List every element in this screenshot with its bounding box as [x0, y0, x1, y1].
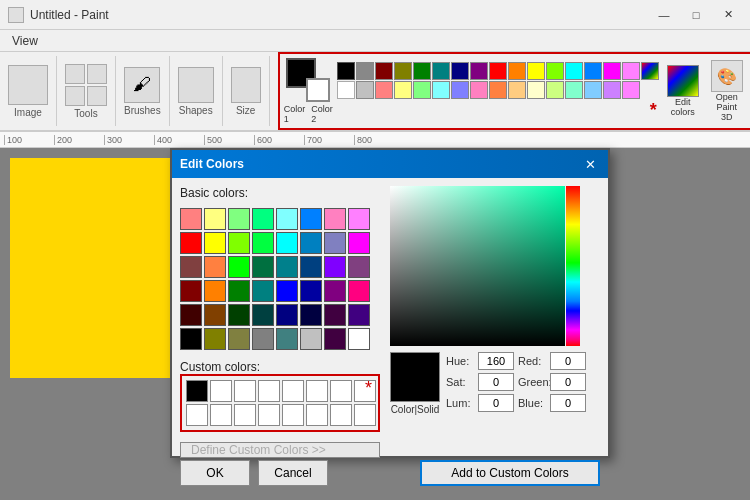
brushes-btn[interactable]: 🖌 [124, 67, 160, 103]
basic-color-28[interactable] [276, 280, 298, 302]
custom-color-15[interactable] [330, 404, 352, 426]
shapes-btn[interactable] [178, 67, 214, 103]
view-menu[interactable]: View [4, 32, 46, 50]
basic-color-23[interactable] [348, 256, 370, 278]
palette-color[interactable] [451, 62, 469, 80]
basic-color-5[interactable] [300, 208, 322, 230]
basic-color-27[interactable] [252, 280, 274, 302]
basic-color-16[interactable] [180, 256, 202, 278]
custom-color-4[interactable] [258, 380, 280, 402]
basic-color-40[interactable] [180, 328, 202, 350]
basic-color-7[interactable] [348, 208, 370, 230]
basic-color-35[interactable] [252, 304, 274, 326]
palette-color[interactable] [527, 62, 545, 80]
custom-color-11[interactable] [234, 404, 256, 426]
basic-color-31[interactable] [348, 280, 370, 302]
custom-color-9[interactable] [186, 404, 208, 426]
palette-color[interactable] [337, 62, 355, 80]
basic-color-12[interactable] [276, 232, 298, 254]
basic-color-8[interactable] [180, 232, 202, 254]
palette-color[interactable] [565, 62, 583, 80]
palette-color[interactable] [356, 62, 374, 80]
custom-color-1[interactable] [186, 380, 208, 402]
dialog-close-button[interactable]: ✕ [580, 155, 600, 173]
palette-color[interactable] [622, 62, 640, 80]
basic-color-21[interactable] [300, 256, 322, 278]
palette-color[interactable] [432, 81, 450, 99]
palette-color[interactable] [356, 81, 374, 99]
basic-color-18[interactable] [228, 256, 250, 278]
palette-color[interactable] [546, 62, 564, 80]
palette-color[interactable] [508, 81, 526, 99]
basic-color-11[interactable] [252, 232, 274, 254]
palette-color[interactable] [603, 62, 621, 80]
palette-color[interactable] [413, 81, 431, 99]
basic-color-32[interactable] [180, 304, 202, 326]
palette-color[interactable] [489, 62, 507, 80]
color-picker-area[interactable] [390, 186, 580, 346]
basic-color-22[interactable] [324, 256, 346, 278]
basic-color-14[interactable] [324, 232, 346, 254]
basic-color-24[interactable] [180, 280, 202, 302]
hue-strip[interactable] [566, 186, 580, 346]
basic-color-42[interactable] [228, 328, 250, 350]
basic-color-25[interactable] [204, 280, 226, 302]
palette-color[interactable] [584, 81, 602, 99]
tool-btn-2[interactable] [87, 64, 107, 84]
cancel-button[interactable]: Cancel [258, 460, 328, 486]
palette-color[interactable] [622, 81, 640, 99]
palette-color[interactable] [413, 62, 431, 80]
basic-color-1[interactable] [204, 208, 226, 230]
basic-color-38[interactable] [324, 304, 346, 326]
basic-color-4[interactable] [276, 208, 298, 230]
basic-color-0[interactable] [180, 208, 202, 230]
custom-color-7[interactable] [330, 380, 352, 402]
basic-color-10[interactable] [228, 232, 250, 254]
palette-color[interactable] [508, 62, 526, 80]
basic-color-45[interactable] [300, 328, 322, 350]
basic-color-47[interactable] [348, 328, 370, 350]
palette-color[interactable] [603, 81, 621, 99]
palette-color[interactable] [394, 62, 412, 80]
green-input[interactable] [550, 373, 586, 391]
custom-color-6[interactable] [306, 380, 328, 402]
minimize-button[interactable]: — [650, 5, 678, 25]
palette-color[interactable] [489, 81, 507, 99]
color2-swatch[interactable] [306, 78, 330, 102]
palette-color[interactable] [337, 81, 355, 99]
basic-color-41[interactable] [204, 328, 226, 350]
blue-input[interactable] [550, 394, 586, 412]
close-button[interactable]: ✕ [714, 5, 742, 25]
edit-colors-button[interactable]: Edit colors [663, 63, 703, 119]
image-btn[interactable] [8, 65, 48, 105]
define-custom-colors-button[interactable]: Define Custom Colors >> [180, 442, 380, 458]
palette-color[interactable] [527, 81, 545, 99]
custom-color-10[interactable] [210, 404, 232, 426]
basic-color-33[interactable] [204, 304, 226, 326]
palette-color[interactable] [584, 62, 602, 80]
basic-color-46[interactable] [324, 328, 346, 350]
basic-color-36[interactable] [276, 304, 298, 326]
palette-color[interactable] [565, 81, 583, 99]
basic-color-37[interactable] [300, 304, 322, 326]
add-custom-colors-button[interactable]: Add to Custom Colors [420, 460, 600, 486]
lum-input[interactable] [478, 394, 514, 412]
ok-button[interactable]: OK [180, 460, 250, 486]
basic-color-6[interactable] [324, 208, 346, 230]
palette-color[interactable] [375, 62, 393, 80]
palette-color[interactable] [470, 81, 488, 99]
basic-color-44[interactable] [276, 328, 298, 350]
palette-color[interactable] [432, 62, 450, 80]
palette-color[interactable] [641, 62, 659, 80]
palette-color[interactable] [451, 81, 469, 99]
basic-color-19[interactable] [252, 256, 274, 278]
open-paint3d-button[interactable]: 🎨 Open Paint 3D [707, 58, 747, 124]
basic-color-29[interactable] [300, 280, 322, 302]
maximize-button[interactable]: □ [682, 5, 710, 25]
palette-color[interactable] [394, 81, 412, 99]
basic-color-17[interactable] [204, 256, 226, 278]
basic-color-34[interactable] [228, 304, 250, 326]
custom-color-3[interactable] [234, 380, 256, 402]
size-btn[interactable] [231, 67, 261, 103]
tool-btn-3[interactable] [65, 86, 85, 106]
